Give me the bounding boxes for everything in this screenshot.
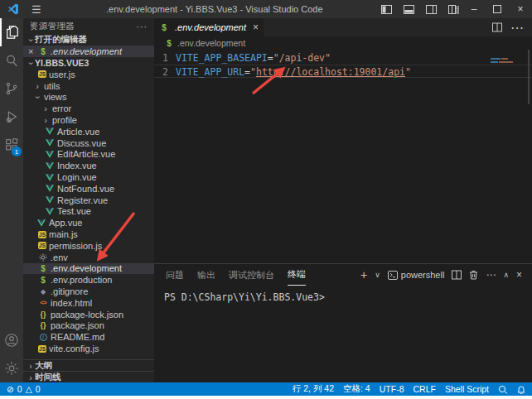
editor-more-actions-icon[interactable]: ⋯ (510, 20, 524, 36)
terminal-dropdown-icon[interactable]: ∨ (375, 271, 380, 279)
status-item-0[interactable]: 行 2, 列 42 (293, 383, 334, 395)
close-editor-icon[interactable]: × (28, 46, 38, 56)
status-item-2[interactable]: UTF-8 (380, 384, 404, 394)
info-icon: i (38, 334, 48, 341)
tree-item-.gitignore[interactable]: ◆.gitignore (23, 286, 154, 297)
code-line-1[interactable]: 1VITE_APP_BASEAPI="/api-dev" (154, 51, 532, 65)
code-editor[interactable]: 1VITE_APP_BASEAPI="/api-dev"2VITE_APP_UR… (154, 50, 532, 263)
tree-item-register.vue[interactable]: Register.vue (23, 195, 154, 206)
close-panel-icon[interactable]: × (516, 269, 522, 281)
minimap[interactable] (491, 58, 514, 65)
split-terminal-icon[interactable] (452, 270, 462, 280)
status-bar: ⊘ 0 △ 0 行 2, 列 42空格: 4UTF-8CRLFShell Scr… (0, 382, 532, 396)
file-label: Discuss.vue (57, 138, 106, 148)
code-line-2[interactable]: 2VITE_APP_URL="http://localhost:19001/ap… (154, 65, 532, 78)
tree-item-article.vue[interactable]: Article.vue (23, 126, 154, 137)
tree-item-.env.development[interactable]: $.env.development (23, 263, 154, 275)
tree-item-.env.production[interactable]: $.env.production (23, 274, 154, 286)
tree-item-index.vue[interactable]: Index.vue (23, 160, 154, 171)
dollar-env-icon: $ (159, 23, 169, 32)
menu-hamburger-icon[interactable]: ☰ (25, 3, 48, 16)
feedback-icon[interactable] (498, 385, 508, 394)
status-item-4[interactable]: Shell Script (445, 384, 489, 394)
tree-item-test.vue[interactable]: Test.vue (23, 206, 154, 218)
terminal-instance[interactable]: powershell (388, 270, 445, 280)
sidebar-explorer: 资源管理器 ··· › 打开的编辑器 ×$.env.development › … (23, 18, 154, 382)
status-item-3[interactable]: CRLF (413, 384, 435, 394)
panel-tab-3[interactable]: 终端 (288, 265, 306, 286)
tree-item-app.vue[interactable]: App.vue (23, 217, 154, 228)
workspace-section[interactable]: › YI.BBS.VUE3 (23, 57, 154, 69)
tree-item-readme.md[interactable]: iREADME.md (23, 331, 154, 343)
customize-layout-icon[interactable] (448, 5, 459, 14)
terminal-output[interactable]: PS D:\CSharp\Yi\Yi.BBS.Vue3> (154, 286, 532, 303)
account-icon[interactable] (0, 326, 23, 354)
shell-label: powershell (401, 270, 445, 280)
toggle-sidebar-icon[interactable] (381, 5, 392, 14)
settings-gear-icon[interactable] (0, 354, 23, 382)
tree-item-main.js[interactable]: JSmain.js (23, 228, 154, 240)
screenshot-edge (0, 396, 532, 399)
vue-icon (45, 162, 55, 170)
panel-tab-2[interactable]: 调试控制台 (229, 265, 274, 286)
tree-item-error[interactable]: ›error (23, 103, 154, 114)
dollar-env-icon: $ (38, 276, 48, 285)
extensions-icon[interactable]: 1 (0, 131, 23, 159)
toggle-secondary-sidebar-icon[interactable] (426, 5, 437, 14)
panel-tab-1[interactable]: 输出 (197, 265, 215, 286)
chevron-down-icon: › (27, 60, 36, 68)
open-editors-section[interactable]: › 打开的编辑器 (23, 34, 154, 46)
tree-item-editarticle.vue[interactable]: EditArticle.vue (23, 149, 154, 161)
tree-item-views[interactable]: ›views (23, 92, 154, 103)
tree-item-package-lock.json[interactable]: {}package-lock.json (23, 309, 154, 320)
source-control-icon[interactable] (0, 75, 23, 103)
maximize-button[interactable] (486, 0, 509, 18)
tree-item-.env[interactable]: .env (23, 252, 154, 263)
vue-icon (45, 196, 55, 204)
status-item-1[interactable]: 空格: 4 (343, 383, 370, 395)
warnings-count: 0 (36, 384, 41, 394)
file-label: Register.vue (57, 195, 108, 205)
toggle-panel-icon[interactable] (404, 5, 414, 14)
outline-section[interactable]: › 大纲 (23, 359, 154, 371)
git-icon: ◆ (38, 288, 48, 296)
open-editors-label: 打开的编辑器 (35, 34, 87, 46)
chevron-down-icon: › (33, 94, 43, 102)
vue-icon (45, 151, 55, 158)
panel-more-actions-icon[interactable]: ⋯ (486, 269, 496, 281)
new-terminal-icon[interactable]: + (360, 268, 367, 281)
split-editor-icon[interactable] (492, 22, 502, 32)
tree-item-discuss.vue[interactable]: Discuss.vue (23, 137, 154, 149)
minimize-button[interactable]: – (462, 0, 486, 18)
outline-label: 大纲 (35, 360, 52, 372)
breadcrumb[interactable]: $ .env.development (154, 36, 532, 50)
gear-file-icon (38, 253, 48, 262)
timeline-section[interactable]: › 时间线 (23, 371, 154, 382)
run-and-debug-icon[interactable] (0, 103, 23, 131)
tree-item-user.js[interactable]: JSuser.js (23, 69, 154, 80)
open-editor-item[interactable]: ×$.env.development (23, 46, 154, 57)
tree-item-profile[interactable]: ›profile (23, 114, 154, 126)
tab-env-development[interactable]: $ .env.development × (154, 18, 264, 36)
notifications-bell-icon[interactable] (517, 385, 525, 394)
tree-item-login.vue[interactable]: Login.vue (23, 171, 154, 183)
maximize-panel-icon[interactable]: ∧ (503, 271, 509, 279)
sidebar-more-actions-icon[interactable]: ··· (137, 22, 148, 31)
tree-item-permission.js[interactable]: JSpermission.js (23, 240, 154, 252)
tree-item-vite.config.js[interactable]: JSvite.config.js (23, 343, 154, 354)
tree-item-utils[interactable]: ›utils (23, 80, 154, 92)
kill-terminal-trash-icon[interactable] (469, 270, 478, 280)
tree-item-notfound.vue[interactable]: NotFound.vue (23, 183, 154, 195)
close-tab-icon[interactable]: × (253, 22, 259, 33)
tree-item-index.html[interactable]: <>index.html (23, 297, 154, 309)
problems-status[interactable]: ⊘ 0 △ 0 (7, 384, 41, 394)
search-icon[interactable] (0, 46, 23, 75)
explorer-icon[interactable] (0, 18, 23, 46)
tree-item-package.json[interactable]: {}package.json (23, 320, 154, 332)
file-label: utils (44, 81, 60, 91)
errors-icon: ⊘ (7, 384, 14, 394)
bottom-panel: 问题输出调试控制台终端 + ∨ powershell ⋯ ∧ × (154, 263, 532, 382)
close-window-button[interactable]: × (509, 0, 532, 18)
editor-scrollbar[interactable] (528, 50, 530, 104)
panel-tab-0[interactable]: 问题 (166, 265, 184, 286)
